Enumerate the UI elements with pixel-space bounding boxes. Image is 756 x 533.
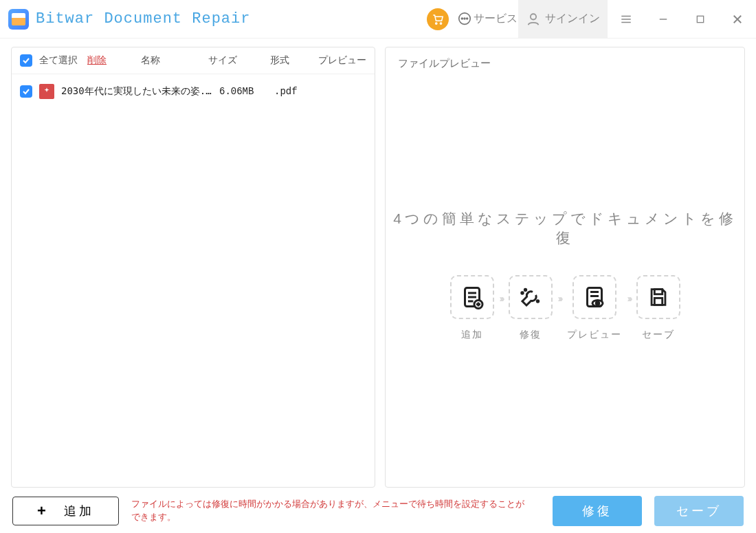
svg-point-21 — [524, 289, 526, 290]
signin-button[interactable]: サインイン — [518, 0, 608, 38]
step-save: セーブ — [636, 275, 680, 341]
close-button[interactable] — [719, 0, 756, 38]
svg-point-5 — [467, 18, 468, 19]
eye-doc-icon — [572, 275, 616, 319]
maximize-button[interactable] — [682, 0, 719, 38]
repair-tool-icon — [509, 275, 553, 319]
file-format: .pdf — [274, 86, 309, 97]
delete-link[interactable]: 削除 — [87, 54, 107, 67]
arrow-icon: ››› — [627, 293, 631, 323]
maximize-icon — [695, 14, 706, 25]
step-label: セーブ — [642, 329, 675, 341]
step-preview: プレビュー — [567, 275, 622, 341]
file-size: 6.06MB — [219, 86, 260, 97]
close-icon — [731, 13, 744, 25]
svg-point-4 — [464, 18, 465, 19]
document-add-icon — [450, 275, 494, 319]
step-label: プレビュー — [567, 329, 622, 341]
step-label: 修復 — [520, 329, 542, 341]
repair-button[interactable]: 修復 — [553, 496, 642, 526]
arrow-icon: ››› — [500, 293, 503, 323]
app-title: Bitwar Document Repair — [36, 10, 250, 28]
svg-point-22 — [521, 292, 522, 294]
preview-heading: 4つの簡単なステップでドキュメントを修復 — [386, 209, 744, 248]
select-all-checkbox[interactable] — [20, 54, 32, 67]
svg-rect-11 — [697, 16, 703, 22]
main-area: 全て選択 削除 名称 サイズ 形式 プレビュー 2030年代に実現したい未来の姿… — [0, 39, 756, 488]
cart-button[interactable] — [419, 0, 456, 38]
service-button[interactable]: サービス — [456, 0, 518, 38]
preview-panel: ファイルプレビュー 4つの簡単なステップでドキュメントを修復 追加 ››› 修復 — [385, 47, 745, 488]
save-disk-icon — [636, 275, 680, 319]
titlebar-right: サービス サインイン — [419, 0, 756, 38]
file-list-panel: 全て選択 削除 名称 サイズ 形式 プレビュー 2030年代に実現したい未来の姿… — [11, 47, 375, 488]
cart-icon — [427, 8, 449, 30]
svg-point-1 — [440, 22, 441, 23]
pdf-icon — [39, 84, 54, 99]
signin-label: サインイン — [545, 12, 600, 26]
chat-icon — [457, 12, 472, 27]
file-row[interactable]: 2030年代に実現したい未来の姿... 6.06MB .pdf — [12, 74, 375, 109]
col-header-size: サイズ — [208, 54, 263, 67]
svg-point-3 — [461, 18, 463, 19]
user-icon — [526, 12, 541, 27]
preview-title: ファイルプレビュー — [386, 54, 744, 70]
step-add: 追加 — [450, 275, 494, 341]
plus-icon: + — [37, 502, 49, 520]
add-label: 追加 — [64, 503, 94, 519]
svg-rect-29 — [654, 290, 662, 294]
minimize-button[interactable] — [645, 0, 682, 38]
add-button[interactable]: + 追加 — [12, 497, 119, 525]
arrow-icon: ››› — [558, 293, 562, 323]
svg-rect-30 — [654, 298, 662, 305]
file-checkbox[interactable] — [20, 85, 32, 98]
svg-point-6 — [531, 14, 536, 19]
service-label: サービス — [474, 12, 518, 26]
file-name: 2030年代に実現したい未来の姿... — [61, 85, 212, 98]
footer: + 追加 ファイルによっては修復に時間がかかる場合がありますが、メニューで待ち時… — [0, 488, 756, 533]
svg-point-28 — [596, 302, 599, 305]
app-logo-icon — [8, 9, 29, 30]
svg-point-23 — [537, 301, 538, 302]
steps-row: 追加 ››› 修復 ››› プレビュー ››› — [450, 275, 680, 341]
step-label: 追加 — [461, 329, 483, 341]
save-button[interactable]: セーブ — [654, 496, 744, 526]
minimize-icon — [657, 13, 669, 25]
footer-note: ファイルによっては修復に時間がかかる場合がありますが、メニューで待ち時間を設定す… — [131, 498, 530, 524]
select-all-label: 全て選択 — [39, 54, 78, 67]
col-header-name: 名称 — [141, 54, 160, 67]
list-header: 全て選択 削除 名称 サイズ 形式 プレビュー — [12, 47, 375, 74]
hamburger-icon — [619, 13, 633, 25]
titlebar: Bitwar Document Repair サービス サインイン — [0, 0, 756, 39]
preview-body: 4つの簡単なステップでドキュメントを修復 追加 ››› 修復 ››› — [386, 70, 744, 480]
col-header-preview: プレビュー — [318, 54, 366, 67]
menu-button[interactable] — [608, 0, 645, 38]
col-header-format: 形式 — [270, 54, 311, 67]
svg-point-0 — [436, 22, 437, 23]
step-repair: 修復 — [509, 275, 553, 341]
